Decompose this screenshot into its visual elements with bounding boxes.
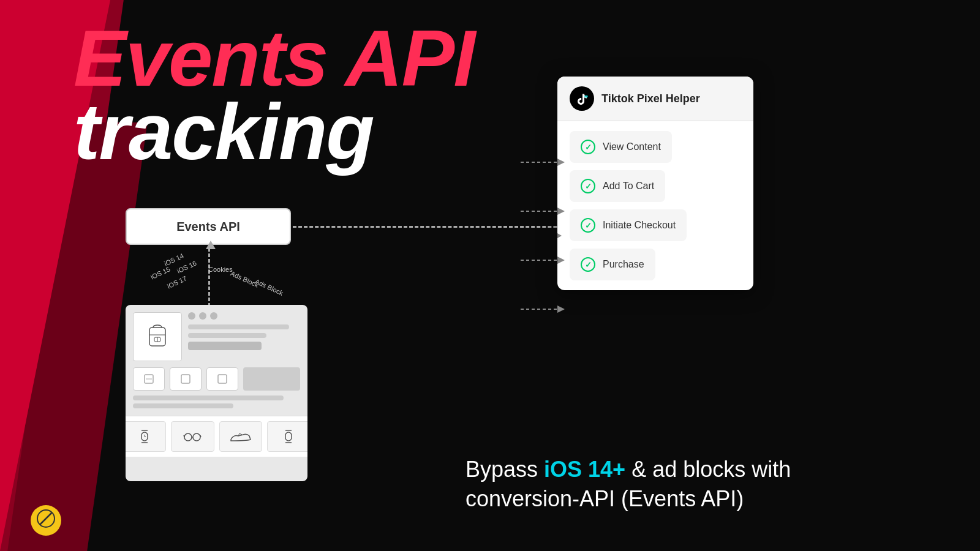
event-add-to-cart: ✓ Add To Cart (570, 170, 665, 202)
svg-rect-18 (285, 432, 292, 441)
bottom-text-highlight: iOS 14+ (544, 457, 625, 482)
info-bar-2 (188, 333, 266, 338)
dot1 (188, 312, 195, 320)
product-image (133, 312, 182, 361)
svg-arrow-4 (521, 294, 567, 324)
tiktok-panel: Tiktok Pixel Helper ✓ View Content (557, 77, 753, 290)
brand-logo (31, 505, 61, 536)
svg-marker-30 (557, 305, 565, 313)
tiktok-header: Tiktok Pixel Helper (557, 77, 753, 121)
title-line2: tracking (74, 92, 474, 171)
events-api-box: Events API (126, 208, 291, 245)
event-purchase: ✓ Purchase (570, 249, 655, 280)
event-initiate-checkout: ✓ Initiate Checkout (570, 209, 687, 241)
events-api-container: Events API (126, 208, 291, 245)
check-add-to-cart: ✓ (581, 179, 595, 193)
svg-point-13 (184, 433, 192, 441)
tiktok-logo (570, 86, 594, 111)
svg-line-17 (200, 435, 201, 437)
event-row-add-to-cart: ✓ Add To Cart (570, 170, 741, 202)
product-info (188, 312, 300, 361)
tiktok-events-list: ✓ View Content ✓ Add To Cart ✓ (557, 121, 753, 290)
bottom-description: Bypass iOS 14+ & ad blocks with conversi… (466, 455, 791, 514)
svg-rect-7 (218, 375, 227, 383)
label-cookies: Cookies (208, 263, 233, 274)
svg-rect-0 (149, 328, 165, 346)
event-row-purchase: ✓ Purchase (570, 249, 741, 280)
watch2-icon (267, 421, 307, 452)
vertical-arrow (208, 248, 210, 307)
svg-rect-6 (181, 375, 190, 383)
info-bar-btn (188, 342, 262, 350)
event-row-view-content: ✓ View Content (570, 131, 741, 163)
title-section: Events API tracking (74, 18, 474, 171)
svg-point-21 (573, 89, 591, 108)
check-view-content: ✓ (581, 140, 595, 154)
glasses-icon (171, 421, 214, 452)
check-initiate-checkout: ✓ (581, 218, 595, 233)
event-label-initiate-checkout: Initiate Checkout (603, 220, 676, 231)
event-row-initiate-checkout: ✓ Initiate Checkout (570, 209, 741, 241)
bottom-text-suffix2: conversion-API (Events API) (466, 486, 744, 511)
events-api-label: Events API (176, 220, 240, 234)
svg-point-14 (193, 433, 200, 441)
sneaker-icon (219, 421, 262, 452)
watch-icon (126, 421, 166, 452)
info-bar-1 (188, 324, 289, 329)
title-line1: Events API (74, 18, 474, 98)
event-view-content: ✓ View Content (570, 131, 672, 163)
bottom-text-suffix1: & ad blocks with (625, 457, 791, 482)
logo-symbol (36, 509, 56, 532)
bottom-product-row (126, 416, 307, 457)
tiktok-panel-title: Tiktok Pixel Helper (601, 92, 700, 105)
dot2 (199, 312, 206, 320)
dot3 (210, 312, 217, 320)
event-label-purchase: Purchase (603, 259, 644, 270)
check-purchase: ✓ (581, 257, 595, 272)
browser-mockup (126, 305, 307, 481)
svg-point-22 (584, 96, 588, 98)
event-label-view-content: View Content (603, 141, 661, 152)
bottom-text-prefix: Bypass (466, 457, 544, 482)
event-label-add-to-cart: Add To Cart (603, 181, 654, 192)
svg-line-16 (184, 435, 184, 437)
